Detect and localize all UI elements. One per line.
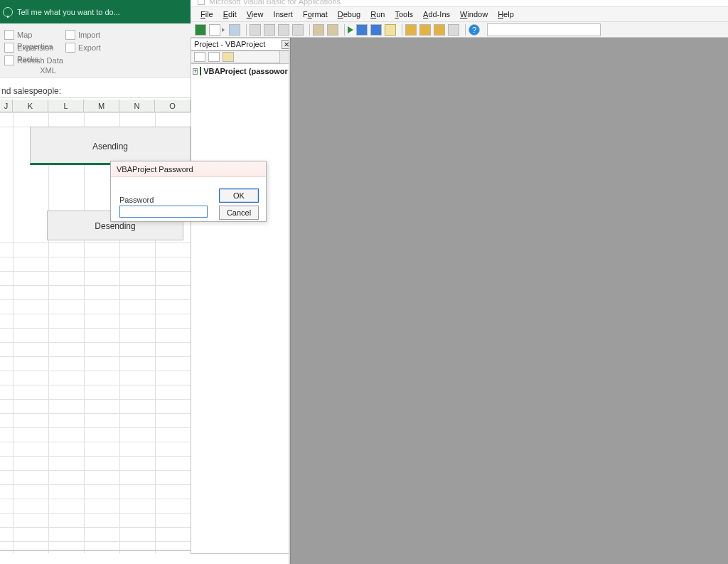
properties-icon[interactable] [419, 24, 431, 36]
separator [246, 24, 247, 36]
col-header[interactable]: M [84, 100, 119, 112]
vbe-toolbar: ? [191, 22, 728, 38]
export-icon [65, 43, 75, 53]
toggle-folders-icon[interactable] [223, 52, 234, 62]
col-header[interactable]: N [119, 100, 155, 112]
ribbon-group-label: XML [0, 66, 96, 75]
map-properties-icon [4, 30, 14, 40]
expand-icon[interactable]: + [193, 68, 198, 75]
toolbox-icon[interactable] [448, 24, 459, 36]
project-explorer-toolbar [191, 50, 290, 63]
tell-me-bar[interactable]: Tell me what you want to do... [0, 0, 191, 23]
project-toolbar-scroll[interactable] [279, 51, 289, 64]
cut-icon[interactable] [250, 24, 261, 36]
menu-view[interactable]: View [247, 10, 264, 18]
project-explorer-icon[interactable] [405, 24, 417, 36]
paste-icon[interactable] [278, 24, 289, 36]
password-input[interactable] [119, 206, 208, 218]
break-icon[interactable] [356, 24, 368, 36]
vbe-app-title: Microsoft Visual Basic for Applications [209, 0, 341, 6]
save-icon[interactable] [229, 24, 240, 36]
project-explorer-title: Project - VBAProject [191, 38, 290, 50]
cancel-button[interactable]: Cancel [219, 206, 259, 220]
separator [344, 24, 345, 36]
view-object-icon[interactable] [208, 52, 220, 62]
dialog-title: VBAProject Password [111, 161, 266, 177]
menu-file[interactable]: File [200, 10, 213, 18]
project-explorer-tree[interactable]: + VBAProject (passoword [191, 63, 290, 554]
find-icon[interactable] [292, 24, 304, 36]
col-header[interactable]: K [13, 100, 48, 112]
excel-icon[interactable] [195, 24, 206, 36]
menu-debug[interactable]: Debug [338, 10, 360, 18]
menu-edit[interactable]: Edit [223, 10, 237, 18]
refresh-icon [4, 55, 14, 65]
col-header[interactable]: L [48, 100, 84, 112]
tell-me-placeholder: Tell me what you want to do... [17, 8, 120, 16]
help-icon[interactable]: ? [469, 24, 480, 36]
vbe-mdi-area [290, 38, 728, 564]
separator [309, 24, 310, 36]
vbe-title-bar: Microsoft Visual Basic for Applications [191, 0, 728, 6]
ok-button[interactable]: OK [219, 188, 259, 203]
map-properties-button[interactable]: Map Properties [4, 29, 68, 41]
vbaproject-icon [200, 67, 201, 75]
menu-addins[interactable]: Add-Ins [423, 10, 450, 18]
view-code-icon[interactable] [194, 52, 205, 62]
object-browser-icon[interactable] [434, 24, 445, 36]
ascending-shape-button[interactable]: Asending [30, 127, 191, 165]
refresh-data-button[interactable]: Refresh Data [4, 55, 68, 66]
separator [465, 24, 466, 36]
insert-module-icon[interactable] [209, 24, 220, 36]
expansion-packs-icon [4, 43, 14, 53]
lightbulb-icon [3, 7, 13, 17]
procedure-combo[interactable] [487, 23, 601, 36]
ribbon-xml-group: Map Properties Import Expansion Packs Ex… [0, 23, 191, 78]
col-header[interactable]: J [0, 100, 13, 112]
vbe-menu-bar: File Edit View Insert Format Debug Run T… [191, 6, 728, 22]
separator [402, 24, 402, 36]
menu-format[interactable]: Format [303, 10, 328, 18]
import-button[interactable]: Import [65, 29, 108, 41]
copy-icon[interactable] [264, 24, 275, 36]
run-icon[interactable] [348, 26, 353, 33]
vbaproject-password-dialog: VBAProject Password Password OK Cancel [110, 161, 267, 222]
export-button[interactable]: Export [65, 42, 108, 53]
import-icon [65, 30, 75, 40]
undo-icon[interactable] [313, 24, 324, 36]
reset-icon[interactable] [370, 24, 382, 36]
menu-insert[interactable]: Insert [273, 10, 293, 18]
redo-icon[interactable] [327, 24, 338, 36]
project-node[interactable]: + VBAProject (passoword [193, 67, 288, 75]
menu-tools[interactable]: Tools [395, 10, 413, 18]
column-headers: J K L M N O [0, 100, 191, 112]
vbe-app-icon [198, 0, 205, 5]
password-label: Password [119, 196, 154, 204]
expansion-packs-button[interactable]: Expansion Packs [4, 42, 68, 53]
formula-bar-text: nd salespeople: [0, 84, 191, 98]
design-mode-icon[interactable] [385, 24, 396, 36]
col-header[interactable]: O [155, 100, 191, 112]
dropdown-icon[interactable] [222, 28, 226, 32]
menu-run[interactable]: Run [370, 10, 385, 18]
project-node-label: VBAProject (passoword [203, 67, 288, 75]
menu-window[interactable]: Window [460, 10, 488, 18]
menu-help[interactable]: Help [498, 10, 514, 18]
